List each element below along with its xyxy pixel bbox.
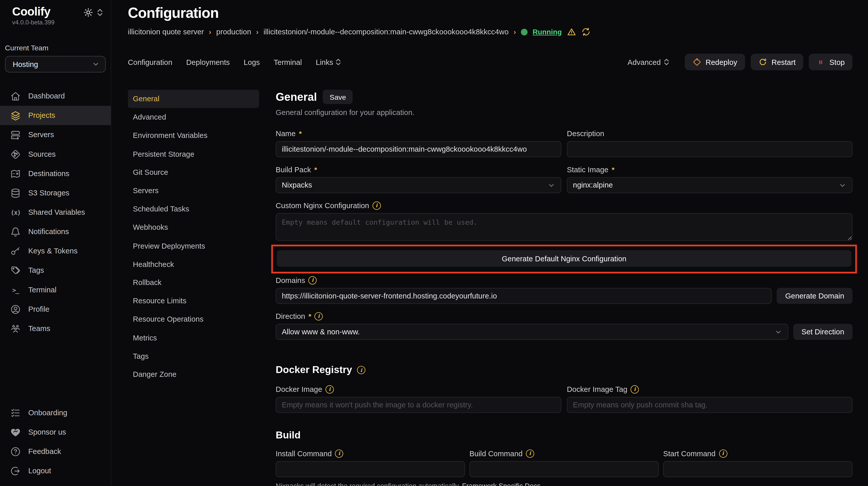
start-command-input[interactable] xyxy=(663,461,852,477)
sidebar-item-sources[interactable]: Sources xyxy=(0,144,111,164)
info-icon: i xyxy=(526,449,534,457)
description-input[interactable] xyxy=(567,141,852,157)
config-menu-git-source[interactable]: Git Source xyxy=(128,163,259,182)
sidebar-nav: Dashboard Projects Servers xyxy=(0,86,111,338)
breadcrumb: illicitonion quote server › production ›… xyxy=(128,27,852,37)
git-source-icon xyxy=(10,149,21,160)
key-icon xyxy=(10,246,21,257)
sidebar-item-sponsor[interactable]: Sponsor us xyxy=(0,422,110,442)
sidebar-item-tags[interactable]: Tags xyxy=(0,261,111,280)
docker-image-input[interactable] xyxy=(276,397,561,413)
sidebar-item-destinations[interactable]: Destinations xyxy=(0,164,111,183)
docker-image-label: Docker Image xyxy=(276,385,322,393)
config-menu-metrics[interactable]: Metrics xyxy=(128,328,259,347)
chevron-down-icon xyxy=(92,60,99,68)
sidebar-item-shared-variables[interactable]: (x) Shared Variables xyxy=(0,202,111,222)
redeploy-button[interactable]: Redeploy xyxy=(684,54,745,70)
config-menu-tags[interactable]: Tags xyxy=(128,347,259,365)
sidebar-item-onboarding[interactable]: Onboarding xyxy=(0,403,110,422)
set-direction-button[interactable]: Set Direction xyxy=(793,324,852,340)
stop-button[interactable]: Stop xyxy=(809,54,852,70)
generate-nginx-button[interactable]: Generate Default Nginx Configuration xyxy=(277,250,851,267)
sidebar-item-s3-storages[interactable]: S3 Storages xyxy=(0,183,111,202)
docker-registry-heading: Docker Registry xyxy=(276,364,352,376)
help-circle-icon xyxy=(10,446,21,457)
config-menu-danger-zone[interactable]: Danger Zone xyxy=(128,365,259,384)
chevron-down-icon xyxy=(774,328,782,336)
domains-input[interactable] xyxy=(276,288,772,304)
build-pack-label: Build Pack xyxy=(276,165,311,173)
restart-button[interactable]: Restart xyxy=(750,54,803,70)
docker-image-tag-label: Docker Image Tag xyxy=(567,385,627,393)
config-menu-healthcheck[interactable]: Healthcheck xyxy=(128,255,259,273)
sidebar-item-terminal[interactable]: >_ Terminal xyxy=(0,280,111,299)
tab-links[interactable]: Links xyxy=(316,58,341,66)
sidebar-item-dashboard[interactable]: Dashboard xyxy=(0,86,111,106)
team-label: Current Team xyxy=(5,44,111,52)
custom-nginx-textarea[interactable] xyxy=(276,213,852,241)
config-menu-servers[interactable]: Servers xyxy=(128,182,259,200)
app-window: Coolify v4.0.0-beta.399 Current Team Hos… xyxy=(0,0,868,486)
tab-deployments[interactable]: Deployments xyxy=(186,58,229,66)
database-icon xyxy=(10,187,21,198)
generate-domain-button[interactable]: Generate Domain xyxy=(777,288,852,304)
highlight-annotation: Generate Default Nginx Configuration xyxy=(271,245,857,273)
sidebar-item-teams[interactable]: Teams xyxy=(0,319,111,338)
home-icon xyxy=(10,91,21,102)
static-image-select[interactable]: nginx:alpine xyxy=(567,177,852,193)
config-menu-scheduled-tasks[interactable]: Scheduled Tasks xyxy=(128,200,259,218)
tab-bar: Configuration Deployments Logs Terminal … xyxy=(128,54,852,70)
config-menu-resource-limits[interactable]: Resource Limits xyxy=(128,292,259,310)
section-subtitle: General configuration for your applicati… xyxy=(276,108,852,117)
domains-label: Domains xyxy=(276,276,305,284)
config-menu-persistent-storage[interactable]: Persistent Storage xyxy=(128,145,259,163)
info-icon: i xyxy=(357,366,366,374)
sidebar-item-label: Destinations xyxy=(28,169,69,178)
status-running-link[interactable]: Running xyxy=(532,28,562,36)
tab-configuration[interactable]: Configuration xyxy=(128,58,172,66)
config-menu-advanced[interactable]: Advanced xyxy=(128,108,259,126)
build-command-input[interactable] xyxy=(469,461,659,477)
refresh-icon[interactable] xyxy=(581,27,591,37)
app-version: v4.0.0-beta.399 xyxy=(0,18,111,26)
sidebar-item-servers[interactable]: Servers xyxy=(0,125,111,144)
config-menu-resource-operations[interactable]: Resource Operations xyxy=(128,310,259,328)
docker-image-tag-input[interactable] xyxy=(567,397,852,413)
warning-icon[interactable] xyxy=(567,27,576,37)
direction-select[interactable]: Allow www & non-www. xyxy=(276,324,788,340)
team-select[interactable]: Hosting xyxy=(5,56,106,72)
config-menu: General Advanced Environment Variables P… xyxy=(128,90,259,486)
config-menu-general[interactable]: General xyxy=(128,90,259,108)
breadcrumb-environment[interactable]: production xyxy=(216,28,251,36)
framework-docs-link[interactable]: Framework Specific Docs xyxy=(462,482,540,486)
advanced-dropdown[interactable]: Advanced xyxy=(627,58,669,66)
breadcrumb-project[interactable]: illicitonion quote server xyxy=(128,28,204,36)
tab-logs[interactable]: Logs xyxy=(244,58,260,66)
version-updown-icon[interactable] xyxy=(97,8,103,17)
sidebar-item-feedback[interactable]: Feedback xyxy=(0,442,110,461)
info-icon: i xyxy=(315,312,323,320)
terminal-icon: >_ xyxy=(10,284,21,295)
config-menu-webhooks[interactable]: Webhooks xyxy=(128,218,259,237)
sidebar-item-keys-tokens[interactable]: Keys & Tokens xyxy=(0,241,111,261)
install-command-input[interactable] xyxy=(276,461,465,477)
config-menu-rollback[interactable]: Rollback xyxy=(128,273,259,292)
save-button[interactable]: Save xyxy=(323,90,353,104)
theme-sun-icon[interactable] xyxy=(84,8,93,17)
sidebar-item-profile[interactable]: Profile xyxy=(0,299,111,319)
config-menu-preview-deployments[interactable]: Preview Deployments xyxy=(128,237,259,255)
logout-icon xyxy=(10,465,21,476)
sidebar-item-notifications[interactable]: Notifications xyxy=(0,222,111,241)
sidebar-item-projects[interactable]: Projects xyxy=(0,106,111,125)
name-input[interactable] xyxy=(276,141,561,157)
config-menu-environment-variables[interactable]: Environment Variables xyxy=(128,126,259,145)
breadcrumb-resource[interactable]: illicitestonion/-module--decomposition:m… xyxy=(264,28,508,36)
user-circle-icon xyxy=(10,303,21,315)
info-icon: i xyxy=(335,449,343,457)
map-icon xyxy=(10,168,21,179)
tab-terminal[interactable]: Terminal xyxy=(274,58,302,66)
build-pack-select[interactable]: Nixpacks xyxy=(276,177,561,193)
sidebar-item-logout[interactable]: Logout xyxy=(0,461,110,480)
section-title-general: General xyxy=(276,91,317,103)
server-icon xyxy=(10,129,21,140)
